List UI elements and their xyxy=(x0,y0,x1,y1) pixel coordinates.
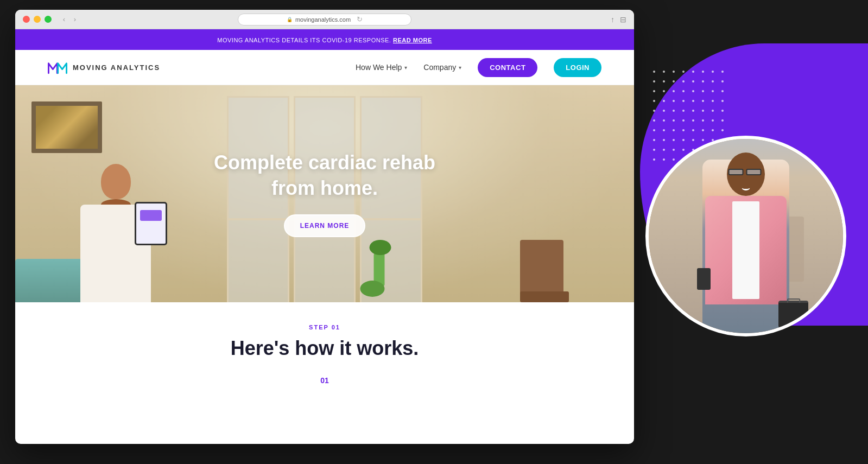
decorative-dot xyxy=(721,129,724,131)
decorative-dot xyxy=(712,100,714,102)
decorative-dot xyxy=(663,80,665,82)
decorative-dot xyxy=(692,110,694,112)
address-bar[interactable]: 🔒 movinganalytics.com ↻ xyxy=(238,14,411,26)
decorative-dot xyxy=(673,80,675,82)
banner-text: MOVING ANALYTICS DETAILS ITS COVID-19 RE… xyxy=(217,37,432,43)
login-button[interactable]: LOGIN xyxy=(554,58,601,77)
logo[interactable]: MOVING ANALYTICS xyxy=(48,59,160,75)
decorative-dot xyxy=(692,100,694,102)
plant xyxy=(367,253,391,302)
section-title: Here's how it works. xyxy=(48,337,601,360)
decorative-dot xyxy=(673,71,675,73)
section-number: 01 xyxy=(48,376,601,385)
hero-title: Complete cardiac rehab from home. xyxy=(214,150,435,201)
chevron-down-icon: ▾ xyxy=(459,65,461,71)
decorative-dot xyxy=(702,80,704,82)
decorative-dot xyxy=(721,100,724,102)
decorative-dot xyxy=(653,90,655,92)
decorative-dot xyxy=(663,119,665,122)
chair xyxy=(520,240,569,302)
decorative-dot xyxy=(663,129,665,131)
decorative-dot xyxy=(673,129,675,131)
decorative-dot xyxy=(712,80,714,82)
decorative-dot xyxy=(673,119,675,122)
logo-icon xyxy=(48,59,67,75)
decorative-dot xyxy=(692,129,694,131)
site-header: MOVING ANALYTICS How We Help ▾ Company ▾… xyxy=(15,50,634,85)
decorative-dot xyxy=(653,71,655,73)
decorative-dot xyxy=(682,80,685,82)
window-controls xyxy=(23,16,52,23)
url-text: movinganalytics.com xyxy=(295,16,351,23)
decorative-dot xyxy=(663,71,665,73)
decorative-dot xyxy=(721,80,724,82)
hero-content: Complete cardiac rehab from home. LEARN … xyxy=(214,150,435,237)
decorative-dot xyxy=(682,71,685,73)
decorative-dot xyxy=(663,90,665,92)
decorative-dot xyxy=(721,110,724,112)
share-icon[interactable]: ↑ xyxy=(611,15,614,24)
chevron-down-icon: ▾ xyxy=(404,65,407,71)
nav-company[interactable]: Company ▾ xyxy=(423,63,461,72)
decorative-dot xyxy=(682,100,685,102)
close-button[interactable] xyxy=(23,16,30,23)
decorative-dot xyxy=(682,110,685,112)
decorative-dot xyxy=(721,119,724,122)
lower-section: STEP 01 Here's how it works. 01 xyxy=(15,302,634,396)
decorative-dot xyxy=(663,100,665,102)
minimize-button[interactable] xyxy=(34,16,41,23)
titlebar: ‹ › 🔒 movinganalytics.com ↻ ↑ ⊟ xyxy=(15,10,634,29)
decorative-dot xyxy=(653,119,655,122)
nav-buttons: ‹ › xyxy=(59,15,80,24)
decorative-dot xyxy=(653,100,655,102)
decorative-dot xyxy=(653,80,655,82)
decorative-dot xyxy=(673,100,675,102)
navigation: How We Help ▾ Company ▾ CONTACT LOGIN xyxy=(356,58,601,77)
decorative-dot xyxy=(712,90,714,92)
learn-more-button[interactable]: LEARN MORE xyxy=(284,214,366,237)
decorative-dot xyxy=(702,71,704,73)
nav-how-we-help[interactable]: How We Help ▾ xyxy=(356,63,407,72)
decorative-dot xyxy=(692,71,694,73)
covid-banner: MOVING ANALYTICS DETAILS ITS COVID-19 RE… xyxy=(15,29,634,50)
decorative-dot xyxy=(692,119,694,122)
logo-text: MOVING ANALYTICS xyxy=(73,63,160,72)
decorative-dot xyxy=(702,119,704,122)
browser-window: ‹ › 🔒 movinganalytics.com ↻ ↑ ⊟ MOVING A… xyxy=(15,10,634,444)
decorative-dot xyxy=(692,80,694,82)
forward-button[interactable]: › xyxy=(70,15,80,24)
decorative-dot xyxy=(721,71,724,73)
contact-button[interactable]: CONTACT xyxy=(478,58,537,77)
lock-icon: 🔒 xyxy=(287,17,293,22)
decorative-dot xyxy=(712,110,714,112)
decorative-dot xyxy=(682,119,685,122)
decorative-dot xyxy=(682,129,685,131)
decorative-dot xyxy=(712,71,714,73)
refresh-icon[interactable]: ↻ xyxy=(357,15,363,23)
decorative-dot xyxy=(702,100,704,102)
step-label: STEP 01 xyxy=(48,324,601,330)
decorative-dot xyxy=(653,110,655,112)
tab-icon[interactable]: ⊟ xyxy=(620,15,626,24)
person-tablet xyxy=(80,158,151,302)
maximize-button[interactable] xyxy=(45,16,52,23)
decorative-dot xyxy=(682,90,685,92)
decorative-dot xyxy=(721,90,724,92)
decorative-dot xyxy=(702,110,704,112)
decorative-dot xyxy=(702,129,704,131)
decorative-dot xyxy=(692,90,694,92)
site-content: MOVING ANALYTICS DETAILS ITS COVID-19 RE… xyxy=(15,29,634,444)
toolbar-right: ↑ ⊟ xyxy=(611,15,626,24)
decorative-dot xyxy=(702,90,704,92)
circle-photo xyxy=(645,136,846,336)
decorative-dot xyxy=(673,110,675,112)
decorative-dot xyxy=(653,129,655,131)
decorative-dot xyxy=(673,90,675,92)
decorative-dot xyxy=(663,110,665,112)
hero-section: Complete cardiac rehab from home. LEARN … xyxy=(15,85,634,302)
decorative-dot xyxy=(712,119,714,122)
banner-link[interactable]: READ MORE xyxy=(393,37,432,43)
decorative-dot xyxy=(712,129,714,131)
back-button[interactable]: ‹ xyxy=(59,15,69,24)
